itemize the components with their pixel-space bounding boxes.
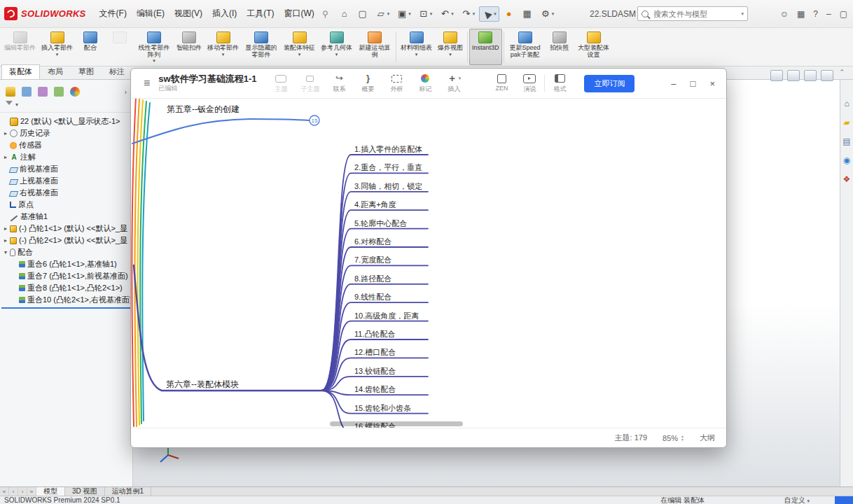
- tree-item[interactable]: ▸历史记录: [0, 127, 132, 139]
- menubar-menu[interactable]: 插入(I): [207, 6, 242, 22]
- save-button[interactable]: ▣▾: [394, 6, 414, 22]
- display-pane-icon-1[interactable]: [770, 70, 783, 81]
- caret-right-icon[interactable]: ▸: [2, 237, 9, 244]
- tree-item[interactable]: 22 (默认) <默认_显示状态-1>: [0, 115, 132, 127]
- map-topic[interactable]: 8.路径配合: [354, 274, 391, 284]
- tree-item[interactable]: 重合7 (凸轮1<1>,前视基准面): [0, 270, 132, 282]
- mind-map-canvas[interactable]: 15 第五章--钣金的创建 第六章--装配体模块 1.插入零件的装配体2.重合，…: [131, 99, 726, 428]
- reference-geometry-button[interactable]: 参考几何体▾: [318, 29, 355, 65]
- options-gear-button[interactable]: ⚙▾: [537, 6, 557, 22]
- display-pane-icon-4[interactable]: [821, 70, 833, 81]
- new-motion-study-button[interactable]: 新建运动算例: [355, 29, 394, 65]
- linear-component-pattern-button[interactable]: 线性零部件阵列▾: [134, 29, 174, 65]
- home-button[interactable]: ⌂: [336, 6, 353, 22]
- undo-button[interactable]: ↶▾: [436, 6, 457, 22]
- map-topic[interactable]: 14.齿轮配合: [354, 384, 396, 395]
- smart-fasteners-button[interactable]: 智能扣件: [174, 29, 204, 65]
- insert-components-button[interactable]: 插入零部件▾: [39, 29, 76, 65]
- large-assembly-settings-button[interactable]: 大型装配体设置: [574, 29, 613, 65]
- bottom-tab[interactable]: 3D 视图: [65, 487, 105, 496]
- displaymanager-tab-icon[interactable]: [70, 87, 80, 97]
- map-topic[interactable]: 5.轮廓中心配合: [354, 218, 407, 229]
- menubar-menu[interactable]: 文件(F): [95, 6, 132, 22]
- show-hidden-components-button[interactable]: 显示隐藏的零部件: [242, 29, 281, 65]
- notification-dot-button[interactable]: ●: [501, 6, 518, 22]
- bill-of-materials-button[interactable]: 材料明细表▾: [398, 29, 435, 65]
- insert-button[interactable]: +▾插入: [445, 73, 463, 94]
- horizontal-scrollbar[interactable]: [330, 421, 463, 426]
- tree-item[interactable]: ▾配合: [0, 246, 132, 258]
- xmind-minimize-button[interactable]: –: [671, 79, 676, 88]
- map-topic[interactable]: 12.槽口配合: [354, 347, 396, 358]
- dimxpert-tab-icon[interactable]: [54, 87, 64, 97]
- help-button[interactable]: ?: [813, 7, 818, 20]
- update-speedpak-button[interactable]: 更新Speedpak子装配: [506, 29, 545, 65]
- outline-toggle[interactable]: 大纲: [700, 433, 715, 443]
- pitch-mode-button[interactable]: 演说: [520, 73, 539, 94]
- menubar-menu[interactable]: 工具(T): [242, 6, 279, 22]
- subscribe-button[interactable]: 立即订阅: [584, 75, 634, 92]
- map-topic[interactable]: 3.同轴，相切，锁定: [354, 181, 422, 192]
- hamburger-menu-icon[interactable]: ≡: [138, 76, 155, 91]
- search-input[interactable]: [652, 9, 737, 19]
- menubar-menu[interactable]: 编辑(E): [132, 6, 169, 22]
- minimize-window-button[interactable]: –: [826, 7, 831, 20]
- new-document-button[interactable]: ▢: [354, 6, 371, 22]
- caret-right-icon[interactable]: ▸: [2, 154, 9, 160]
- display-pane-icon-3[interactable]: [804, 70, 817, 81]
- tab-scroll-button[interactable]: ‹: [9, 487, 18, 496]
- command-tab[interactable]: 草图: [71, 64, 102, 79]
- xmind-maximize-button[interactable]: □: [691, 79, 696, 88]
- take-snapshot-button[interactable]: 拍快照: [545, 29, 574, 65]
- tree-item[interactable]: 原点: [0, 199, 132, 211]
- map-topic-chapter6[interactable]: 第六章--装配体模块: [166, 379, 239, 391]
- tree-item[interactable]: 上视基准面: [0, 175, 132, 187]
- solidworks-resources-home-icon[interactable]: ⌂: [844, 99, 849, 108]
- chevron-right-icon[interactable]: ›: [125, 88, 127, 96]
- tree-item[interactable]: ▸(-) 凸轮2<1> (默认) <<默认>_显: [0, 234, 132, 246]
- tree-item[interactable]: ▸A注解: [0, 151, 132, 163]
- design-library-folder-icon[interactable]: ▰: [843, 118, 849, 127]
- display-pane-icon-2[interactable]: [787, 70, 800, 81]
- format-button[interactable]: 格式: [550, 73, 569, 94]
- relationship-button[interactable]: ↪联系: [330, 73, 348, 94]
- zoom-control[interactable]: 85% ▲▼: [663, 434, 684, 442]
- summary-button[interactable]: }概要: [359, 73, 377, 94]
- move-component-button[interactable]: 移动零部件▾: [204, 29, 242, 65]
- map-topic[interactable]: 11.凸轮配合: [354, 329, 395, 340]
- tree-item[interactable]: 前视基准面: [0, 163, 132, 175]
- tree-item[interactable]: 重合8 (凸轮1<1>,凸轮2<1>): [0, 282, 132, 294]
- select-cursor-button[interactable]: ◀▾: [479, 6, 499, 22]
- caret-down-icon[interactable]: ▾: [2, 249, 9, 255]
- menubar-menu[interactable]: 窗口(W): [279, 6, 319, 22]
- propertymanager-tab-icon[interactable]: [22, 87, 32, 97]
- configurationmanager-tab-icon[interactable]: [38, 87, 48, 97]
- zoom-stepper-icon[interactable]: ▲▼: [681, 435, 684, 442]
- map-topic[interactable]: 1.插入零件的装配体: [354, 144, 422, 155]
- ribbon-collapse-chevron-icon[interactable]: ⌃: [839, 69, 845, 76]
- tree-item[interactable]: 重合6 (凸轮1<1>,基准轴1): [0, 258, 132, 270]
- pin-icon[interactable]: ⚲: [322, 9, 328, 19]
- map-topic[interactable]: 2.重合，平行，垂直: [354, 162, 422, 173]
- tab-scroll-button[interactable]: »: [27, 487, 36, 496]
- bottom-tab[interactable]: 运动算例1: [105, 487, 152, 496]
- mate-button[interactable]: 配合: [76, 29, 105, 65]
- file-explorer-icon[interactable]: ▤: [842, 137, 850, 146]
- map-topic[interactable]: 7.宽度配合: [354, 255, 391, 265]
- tab-scroll-button[interactable]: «: [0, 487, 9, 496]
- map-topic[interactable]: 4.距离+角度: [354, 200, 396, 210]
- boundary-button[interactable]: 外框: [387, 73, 405, 94]
- redo-button[interactable]: ↷▾: [458, 6, 478, 22]
- tree-item[interactable]: 重合10 (凸轮2<1>,右视基准面): [0, 294, 132, 306]
- tree-item[interactable]: 基准轴1: [0, 211, 132, 223]
- marker-button[interactable]: 标记: [416, 73, 434, 94]
- map-topic[interactable]: 10.高级角度，距离: [354, 311, 419, 321]
- map-topic[interactable]: 13.铰链配合: [354, 366, 396, 377]
- feature-tree-filter[interactable]: ▾: [0, 99, 132, 113]
- xmind-close-button[interactable]: ×: [709, 79, 715, 88]
- bottom-tab[interactable]: 模型: [36, 487, 65, 496]
- appearances-scenes-icon[interactable]: ◉: [843, 156, 850, 164]
- search-box[interactable]: ▾: [637, 6, 748, 21]
- apps-grid-button[interactable]: ▦: [797, 7, 805, 20]
- tab-scroll-button[interactable]: ›: [18, 487, 27, 496]
